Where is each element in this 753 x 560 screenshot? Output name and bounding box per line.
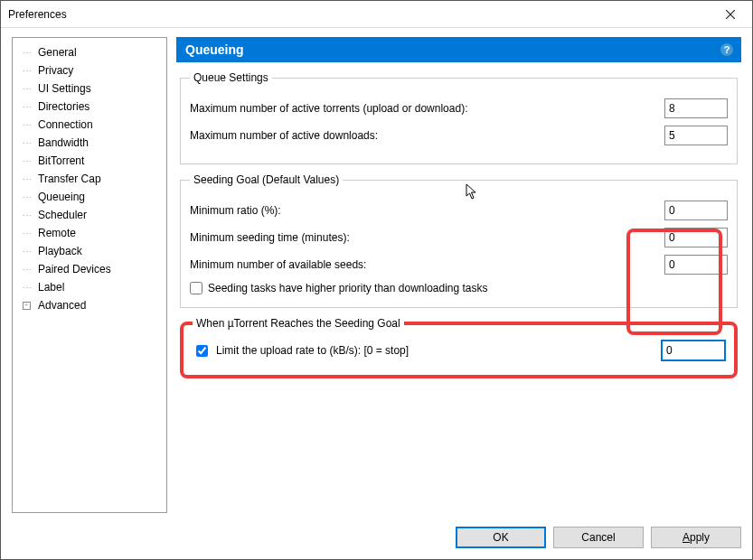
close-icon <box>726 10 735 19</box>
tree-connector-icon: ⋯ <box>18 156 34 166</box>
sidebar-item-advanced[interactable]: +Advanced <box>16 296 163 314</box>
apply-suffix: pply <box>690 531 710 544</box>
tree-connector-icon: ⋯ <box>18 84 34 94</box>
section-title: Queueing <box>185 42 720 57</box>
sidebar-item-label: Paired Devices <box>34 263 111 275</box>
sidebar-item-playback[interactable]: ⋯Playback <box>16 242 163 260</box>
tree-connector-icon: ⋯ <box>18 210 34 220</box>
sidebar-item-transfer-cap[interactable]: ⋯Transfer Cap <box>16 170 163 188</box>
sidebar-item-label: Advanced <box>34 299 86 312</box>
reach-goal-group: When µTorrent Reaches the Seeding Goal L… <box>180 317 738 378</box>
tree-connector-icon: ⋯ <box>18 120 34 130</box>
sidebar-item-connection[interactable]: ⋯Connection <box>16 116 163 134</box>
sidebar-item-label: Scheduler <box>34 209 87 221</box>
max-downloads-label: Maximum number of active downloads: <box>190 129 664 142</box>
sidebar-item-label: UI Settings <box>34 82 91 95</box>
window-title: Preferences <box>8 8 711 21</box>
sidebar-item-label: Label <box>34 281 64 294</box>
tree-connector-icon: ⋯ <box>18 174 34 184</box>
tree-connector-icon: ⋯ <box>18 48 34 58</box>
min-ratio-label: Minimum ratio (%): <box>190 204 664 217</box>
sidebar-item-label: Transfer Cap <box>34 173 101 185</box>
cancel-button[interactable]: Cancel <box>553 527 644 548</box>
sidebar-item-label[interactable]: ⋯Label <box>16 278 163 296</box>
dialog-footer: OK Cancel Apply <box>1 517 752 558</box>
min-seeds-label: Minimum number of available seeds: <box>190 258 664 271</box>
min-ratio-input[interactable] <box>664 201 728 220</box>
preferences-content: Queueing ? Queue Settings Maximum number… <box>176 37 741 513</box>
tree-connector-icon: ⋯ <box>18 138 34 148</box>
sidebar-item-directories[interactable]: ⋯Directories <box>16 98 163 116</box>
tree-connector-icon: ⋯ <box>18 265 34 275</box>
preferences-sidebar: ⋯General⋯Privacy⋯UI Settings⋯Directories… <box>12 37 167 513</box>
sidebar-item-scheduler[interactable]: ⋯Scheduler <box>16 206 163 224</box>
tree-connector-icon: ⋯ <box>18 247 34 257</box>
seeding-goal-legend: Seeding Goal (Default Values) <box>190 173 343 186</box>
help-icon[interactable]: ? <box>720 42 734 57</box>
expand-icon[interactable]: + <box>23 302 31 310</box>
sidebar-item-label: General <box>34 46 77 59</box>
max-active-input[interactable] <box>664 98 728 118</box>
sidebar-item-bandwidth[interactable]: ⋯Bandwidth <box>16 134 163 152</box>
sidebar-item-label: Playback <box>34 245 82 257</box>
limit-upload-input[interactable] <box>662 341 725 360</box>
titlebar: Preferences <box>1 1 752 28</box>
seeding-priority-label[interactable]: Seeding tasks have higher priority than … <box>208 282 488 294</box>
tree-connector-icon: ⋯ <box>18 283 34 293</box>
ok-button[interactable]: OK <box>456 527 546 548</box>
sidebar-item-label: Privacy <box>34 64 73 77</box>
sidebar-item-paired-devices[interactable]: ⋯Paired Devices <box>16 260 163 278</box>
tree-connector-icon: ⋯ <box>18 229 34 238</box>
min-seeds-input[interactable] <box>664 255 728 275</box>
sidebar-item-label: Connection <box>34 118 93 131</box>
seeding-goal-group: Seeding Goal (Default Values) Minimum ra… <box>180 173 738 308</box>
sidebar-item-label: Bandwidth <box>34 136 89 149</box>
reach-goal-legend: When µTorrent Reaches the Seeding Goal <box>193 317 404 330</box>
sidebar-item-label: Remote <box>34 227 76 239</box>
sidebar-item-label: BitTorrent <box>34 154 84 167</box>
apply-button[interactable]: Apply <box>651 527 741 548</box>
sidebar-item-ui-settings[interactable]: ⋯UI Settings <box>16 79 163 98</box>
sidebar-item-label: Directories <box>34 100 89 113</box>
max-active-label: Maximum number of active torrents (uploa… <box>190 102 664 115</box>
queue-settings-group: Queue Settings Maximum number of active … <box>180 71 738 164</box>
tree-connector-icon: ⋯ <box>18 102 34 112</box>
tree-connector-icon: ⋯ <box>18 66 34 76</box>
section-header: Queueing ? <box>176 37 741 62</box>
sidebar-item-privacy[interactable]: ⋯Privacy <box>16 61 163 79</box>
limit-upload-checkbox[interactable] <box>196 345 208 357</box>
sidebar-item-label: Queueing <box>34 191 85 203</box>
sidebar-item-remote[interactable]: ⋯Remote <box>16 224 163 242</box>
sidebar-item-bittorrent[interactable]: ⋯BitTorrent <box>16 152 163 170</box>
queue-settings-legend: Queue Settings <box>190 71 272 84</box>
close-button[interactable] <box>711 2 750 27</box>
limit-upload-label[interactable]: Limit the upload rate to (kB/s): [0 = st… <box>216 344 409 357</box>
min-time-input[interactable] <box>664 228 728 247</box>
sidebar-item-queueing[interactable]: ⋯Queueing <box>16 188 163 206</box>
sidebar-item-general[interactable]: ⋯General <box>16 43 163 61</box>
max-downloads-input[interactable] <box>664 126 728 145</box>
tree-connector-icon: ⋯ <box>18 192 34 202</box>
min-time-label: Minimum seeding time (minutes): <box>190 231 664 244</box>
seeding-priority-checkbox[interactable] <box>190 282 202 294</box>
